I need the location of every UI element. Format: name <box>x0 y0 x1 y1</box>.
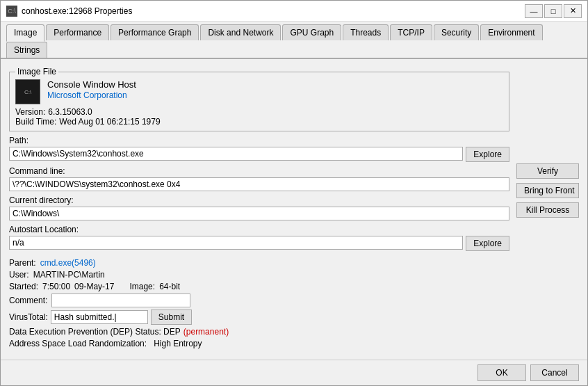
virustotal-row: VirusTotal: Submit <box>9 309 509 325</box>
tab-strings[interactable]: Strings <box>6 42 47 58</box>
dep-row: Data Execution Prevention (DEP) Status: … <box>9 327 509 337</box>
path-row: Explore <box>9 147 509 162</box>
bottom-info: Parent: cmd.exe(5496) User: MARTIN-PC\Ma… <box>9 255 509 351</box>
kill-process-button[interactable]: Kill Process <box>516 202 579 218</box>
curdir-row <box>9 207 509 220</box>
path-group: Path: Explore <box>9 136 509 162</box>
minimize-button[interactable]: — <box>525 4 543 18</box>
tab-performance-graph[interactable]: Performance Graph <box>111 24 199 40</box>
tab-gpu-graph[interactable]: GPU Graph <box>282 24 341 40</box>
tab-performance[interactable]: Performance <box>46 24 109 40</box>
started-row: Started: 7:50:00 09-May-17 Image: 64-bit <box>9 282 509 291</box>
version-label: Version: <box>15 107 45 117</box>
window-title: conhost.exe:12968 Properties <box>22 6 525 16</box>
user-row: User: MARTIN-PC\Martin <box>9 270 509 280</box>
comment-label: Comment: <box>9 296 47 305</box>
version-row: Version: 6.3.15063.0 <box>15 107 503 117</box>
cmdline-group: Command line: <box>9 166 509 191</box>
curdir-input[interactable] <box>9 207 509 220</box>
file-details: Console Window Host Microsoft Corporatio… <box>47 79 136 100</box>
started-label: Started: <box>9 282 38 291</box>
maximize-button[interactable]: □ <box>544 4 562 18</box>
image-label: Image: <box>129 282 155 291</box>
build-label: Build Time: <box>15 117 56 127</box>
tab-disk-network[interactable]: Disk and Network <box>200 24 281 40</box>
ok-button[interactable]: OK <box>477 364 526 381</box>
dep-label: Data Execution Prevention (DEP) Status: … <box>9 327 181 337</box>
cmdline-label: Command line: <box>9 166 509 176</box>
parent-label: Parent: <box>9 258 36 268</box>
file-name: Console Window Host <box>47 79 136 90</box>
vt-label: VirusTotal: <box>9 312 48 322</box>
tab-bar: Image Performance Performance Graph Disk… <box>1 22 587 59</box>
curdir-label: Current directory: <box>9 195 509 205</box>
title-controls: — □ ✕ <box>525 4 582 18</box>
autostart-group: Autostart Location: Explore <box>9 225 509 251</box>
side-panel: Verify Bring to Front Kill Process <box>516 66 579 353</box>
explore-autostart-button[interactable]: Explore <box>466 236 509 251</box>
cmdline-row <box>9 177 509 191</box>
bring-front-button[interactable]: Bring to Front <box>516 183 579 198</box>
user-label: User: <box>9 270 29 280</box>
submit-button[interactable]: Submit <box>151 309 192 325</box>
file-company[interactable]: Microsoft Corporation <box>47 90 136 100</box>
cmdline-input[interactable] <box>9 177 509 191</box>
tab-security[interactable]: Security <box>434 24 479 40</box>
vt-input[interactable] <box>51 310 148 324</box>
aslr-row: Address Space Load Randomization: High E… <box>9 339 509 348</box>
version-value: 6.3.15063.0 <box>48 107 92 117</box>
path-input[interactable] <box>9 147 463 161</box>
verify-button[interactable]: Verify <box>516 163 579 179</box>
explore-path-button[interactable]: Explore <box>466 147 509 162</box>
image-file-label: Image File <box>15 67 58 77</box>
image-file-group: Image File C:\ Console Window Host Micro… <box>9 72 509 131</box>
tab-threads[interactable]: Threads <box>343 24 389 40</box>
image-value: 64-bit <box>159 282 180 291</box>
curdir-group: Current directory: <box>9 195 509 220</box>
build-value: Wed Aug 01 06:21:15 1979 <box>59 117 160 127</box>
cancel-button[interactable]: Cancel <box>530 364 579 381</box>
comment-input[interactable] <box>51 293 190 307</box>
close-button[interactable]: ✕ <box>564 4 582 18</box>
tab-image[interactable]: Image <box>6 24 44 42</box>
main-panel: Image File C:\ Console Window Host Micro… <box>9 66 509 353</box>
content-area: Image File C:\ Console Window Host Micro… <box>1 59 587 360</box>
comment-row: Comment: <box>9 293 509 307</box>
footer: OK Cancel <box>1 360 587 385</box>
parent-row: Parent: cmd.exe(5496) <box>9 258 509 268</box>
build-row: Build Time: Wed Aug 01 06:21:15 1979 <box>15 117 503 127</box>
autostart-label: Autostart Location: <box>9 225 509 234</box>
dep-value: (permanent) <box>183 327 229 337</box>
autostart-input[interactable] <box>9 236 463 250</box>
path-label: Path: <box>9 136 509 145</box>
user-value: MARTIN-PC\Martin <box>33 270 105 280</box>
parent-value[interactable]: cmd.exe(5496) <box>40 258 96 268</box>
autostart-row: Explore <box>9 236 509 251</box>
title-bar: C:\ conhost.exe:12968 Properties — □ ✕ <box>1 1 587 22</box>
window-icon: C:\ <box>6 6 17 17</box>
tab-tcpip[interactable]: TCP/IP <box>390 24 432 40</box>
file-info: C:\ Console Window Host Microsoft Corpor… <box>15 77 503 107</box>
started-date: 09-May-17 <box>74 282 114 291</box>
aslr-value: High Entropy <box>154 339 202 348</box>
started-time: 7:50:00 <box>42 282 70 291</box>
aslr-label: Address Space Load Randomization: <box>9 339 147 348</box>
file-icon: C:\ <box>15 79 40 104</box>
main-window: C:\ conhost.exe:12968 Properties — □ ✕ I… <box>0 0 588 386</box>
tab-environment[interactable]: Environment <box>480 24 542 40</box>
